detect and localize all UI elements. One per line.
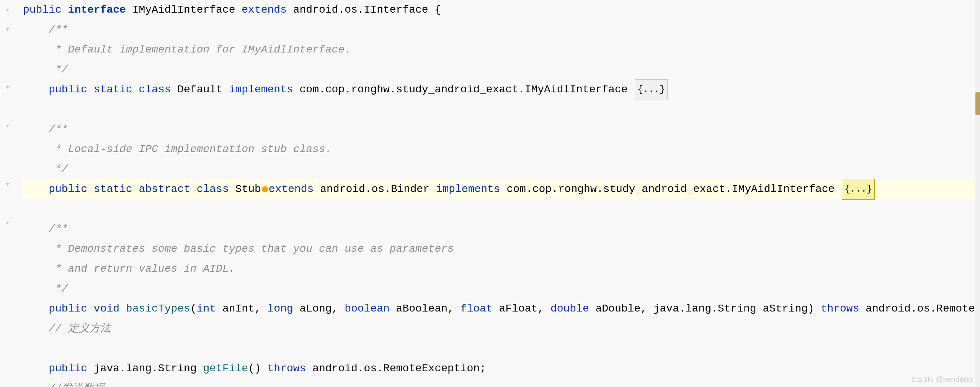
comment-14: * and return values in AIDL. — [23, 259, 235, 279]
gutter-icon-18 — [0, 329, 15, 349]
kw-implements-10: implements — [436, 179, 507, 199]
code-line-8: * Local-side IPC implementation stub cla… — [23, 139, 980, 159]
comment-8: * Local-side IPC implementation stub cla… — [23, 139, 332, 159]
kw-static-10: static — [94, 179, 139, 199]
kw-public-19: public — [23, 359, 94, 379]
comment-17: // 定义方法 — [23, 319, 111, 339]
classname-10: Stub — [235, 179, 261, 199]
text-10b: com.cop.ronghw.study_android_exact.IMyAi… — [506, 179, 841, 199]
gutter-icon-4 — [0, 58, 15, 78]
comment-3: * Default implementation for IMyAidlInte… — [23, 40, 351, 60]
gutter-fold-2[interactable]: ▾ — [0, 20, 15, 39]
gutter-icon-15 — [0, 271, 15, 290]
kw-throws-19: throws — [268, 359, 313, 379]
method-basicTypes: basicTypes — [126, 299, 190, 319]
text-5: com.cop.ronghw.study_android_exact.IMyAi… — [300, 80, 634, 100]
code-line-19: public java.lang.String getFile() throws… — [23, 359, 980, 379]
comment-2: /** — [23, 20, 68, 40]
kw-int-16: int — [197, 299, 222, 319]
gutter-icon-13 — [0, 232, 15, 252]
code-line-14: * and return values in AIDL. — [23, 259, 980, 279]
yellow-dot-icon — [262, 186, 268, 192]
kw-abstract-10: abstract — [139, 179, 196, 199]
comment-4: */ — [23, 60, 68, 80]
text-19b: () — [248, 359, 267, 379]
code-line-5: public static class Default implements c… — [23, 80, 980, 100]
code-line-2: /** — [23, 20, 980, 40]
gutter-icon-17 — [0, 310, 15, 329]
gutter-icon-19 — [0, 348, 15, 368]
classname-1: IMyAidlInterface — [132, 0, 242, 20]
gutter-fold-1[interactable]: ▾ — [0, 0, 15, 20]
gutter-fold-12[interactable]: ▾ — [0, 213, 15, 233]
kw-boolean-16: boolean — [345, 299, 396, 319]
text-16a: ( — [190, 299, 197, 319]
comment-9: */ — [23, 159, 68, 179]
gutter-icon-6 — [0, 97, 15, 116]
code-area: public interface IMyAidlInterface extend… — [15, 0, 980, 387]
comment-15: */ — [23, 279, 68, 299]
classname-5: Default — [177, 80, 229, 100]
text-16g: android.os.RemoteException; — [866, 299, 980, 319]
text-16b: anInt, — [222, 299, 268, 319]
kw-throws-16: throws — [821, 299, 866, 319]
code-line-6 — [23, 100, 980, 120]
kw-static-5: static — [94, 80, 139, 100]
code-line-3: * Default implementation for IMyAidlInte… — [23, 40, 980, 60]
method-getFile: getFile — [203, 359, 248, 379]
gutter-icon-3 — [0, 39, 15, 58]
code-line-7: /** — [23, 120, 980, 139]
kw-extends-10: extends — [269, 179, 320, 199]
text-16d: aBoolean, — [396, 299, 461, 319]
gutter-icon-16 — [0, 290, 15, 310]
gutter-fold-7[interactable]: ▾ — [0, 116, 15, 136]
code-line-13: * Demonstrates some basic types that you… — [23, 239, 980, 259]
comment-13: * Demonstrates some basic types that you… — [23, 239, 454, 259]
collapsed-block-highlight-10[interactable]: {...} — [842, 179, 875, 200]
comment-20: //发送数据 — [23, 379, 105, 387]
kw-public-10: public — [23, 179, 94, 199]
kw-class-5: class — [139, 80, 177, 100]
text-19c: android.os.RemoteException; — [312, 359, 486, 379]
gutter-icon-14 — [0, 252, 15, 271]
kw-float-16: float — [461, 299, 499, 319]
code-line-17: // 定义方法 — [23, 319, 980, 339]
text-16f: aDouble, java.lang.String aString) — [596, 299, 821, 319]
kw-long-16: long — [268, 299, 300, 319]
gutter-icon-9 — [0, 155, 15, 174]
line-gutter: ▾ ▾ ▾ ▾ ▾ ▾ — [0, 0, 15, 387]
scrollbar[interactable] — [975, 0, 980, 387]
gutter-icon-8 — [0, 136, 15, 155]
text-19a: java.lang.String — [94, 359, 203, 379]
code-line-15: */ — [23, 279, 980, 299]
code-line-18 — [23, 339, 980, 359]
text-16c: aLong, — [300, 299, 345, 319]
watermark: CSDN @senda66 — [911, 375, 972, 384]
kw-interface-1: interface — [68, 0, 132, 20]
code-line-1: public interface IMyAidlInterface extend… — [23, 0, 980, 20]
text-16e: aFloat, — [499, 299, 550, 319]
kw-public-1: public — [23, 0, 68, 20]
kw-void-16: void — [94, 299, 126, 319]
kw-public-5: public — [23, 80, 94, 100]
gutter-icon-11 — [0, 194, 15, 213]
kw-class-10: class — [197, 179, 235, 199]
scrollbar-thumb[interactable] — [975, 92, 980, 115]
editor-container: ▾ ▾ ▾ ▾ ▾ ▾ public interface IMyAidlInte… — [0, 0, 980, 387]
kw-implements-5: implements — [229, 80, 300, 100]
gutter-fold-10[interactable]: ▾ — [0, 174, 15, 194]
code-line-9: */ — [23, 159, 980, 179]
gutter-fold-5[interactable]: ▾ — [0, 77, 15, 97]
code-line-20: //发送数据 — [23, 379, 980, 387]
kw-extends-1: extends — [242, 0, 293, 20]
code-line-11 — [23, 199, 980, 219]
text-10a: android.os.Binder — [320, 179, 436, 199]
code-line-4: */ — [23, 60, 980, 80]
kw-double-16: double — [550, 299, 596, 319]
text-1: android.os.IInterface { — [293, 0, 441, 20]
code-line-12: /** — [23, 219, 980, 239]
code-line-10: public static abstract class Stubextends… — [23, 179, 980, 199]
comment-7: /** — [23, 120, 68, 139]
gutter-icon-20 — [0, 368, 15, 387]
collapsed-block-5[interactable]: {...} — [635, 79, 668, 100]
